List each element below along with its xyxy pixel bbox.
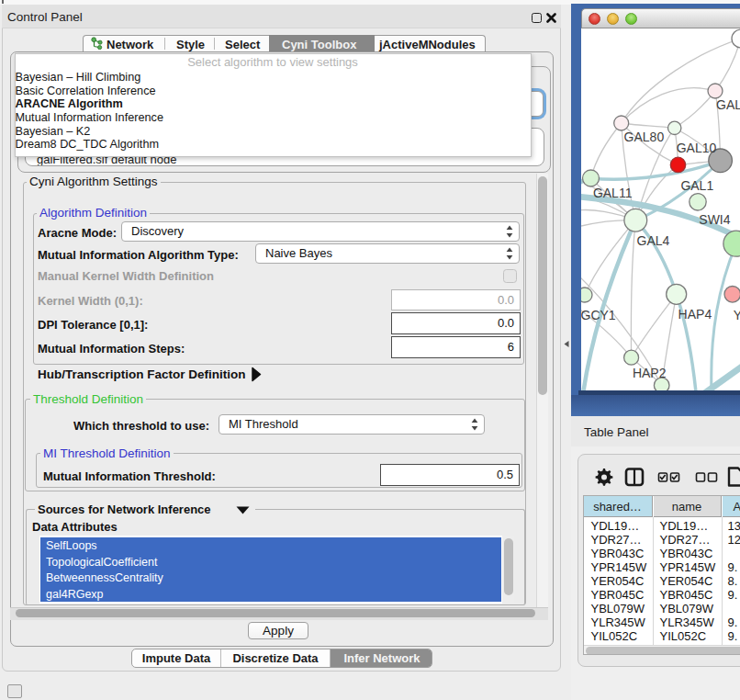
svg-text:GCY1: GCY1 — [581, 308, 616, 322]
svg-text:SWI4: SWI4 — [699, 212, 730, 227]
svg-text:GAL4: GAL4 — [637, 233, 670, 248]
svg-text:YP: YP — [734, 308, 740, 322]
svg-text:GAL80: GAL80 — [624, 130, 665, 144]
svg-text:HAP2: HAP2 — [633, 366, 667, 380]
svg-text:HAP4: HAP4 — [678, 307, 712, 322]
svg-text:GAL1: GAL1 — [680, 178, 713, 193]
svg-text:GAL10: GAL10 — [677, 141, 717, 155]
svg-text:GAL11: GAL11 — [593, 186, 633, 200]
svg-text:GAL7: GAL7 — [716, 97, 740, 112]
